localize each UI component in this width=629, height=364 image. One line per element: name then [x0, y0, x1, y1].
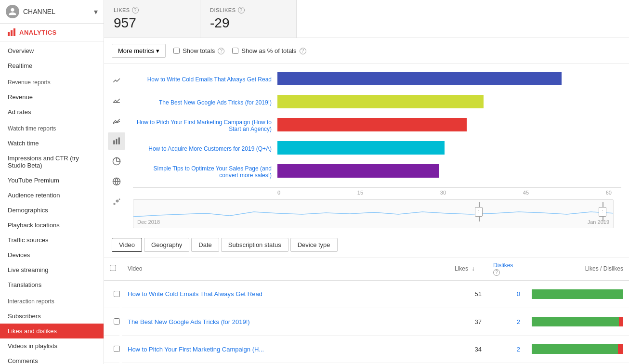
tab-device-type[interactable]: Device type [290, 238, 338, 252]
bar-chart: How to Write Cold Emails That Always Get… [133, 64, 621, 180]
area-chart-icon[interactable] [108, 92, 125, 109]
chart-bar-label[interactable]: The Best New Google Ads Tricks (for 2019… [133, 99, 277, 106]
axis-label: 60 [606, 190, 612, 195]
more-metrics-button[interactable]: More metrics ▾ [112, 44, 166, 58]
bar-chart-icon[interactable] [108, 132, 125, 150]
show-pct-help-icon[interactable]: ? [300, 48, 306, 54]
sidebar-item-subscribers[interactable]: Subscribers [0, 309, 104, 324]
dislikes-col-help-icon[interactable]: ? [493, 269, 500, 276]
show-totals-help-icon[interactable]: ? [218, 48, 224, 54]
row-select-cell [104, 308, 119, 336]
metrics-bar: LIKES ? 957 DISLIKES ? -29 [104, 0, 629, 38]
chart-bar-wrap [277, 141, 612, 156]
sidebar-item-impressions-ctr[interactable]: Impressions and CTR (try Studio Beta) [0, 151, 104, 173]
sidebar-item-traffic-sources[interactable]: Traffic sources [0, 233, 104, 247]
sidebar-item-youtube-premium[interactable]: YouTube Premium [0, 173, 104, 188]
row-bar-wrap [532, 344, 623, 354]
sidebar-item-overview[interactable]: Overview [0, 43, 104, 58]
row-checkbox[interactable] [114, 318, 120, 325]
chart-bar-fill [277, 164, 439, 178]
row-likes: 34 [449, 336, 487, 363]
row-checkbox[interactable] [114, 291, 120, 297]
red-bar [618, 344, 623, 354]
chart-bar-row: Simple Tips to Optimize Your Sales Page … [133, 164, 612, 180]
sidebar-item-audience-retention[interactable]: Audience retention [0, 188, 104, 203]
sidebar-nav: OverviewRealtimeRevenue reportsRevenueAd… [0, 41, 104, 364]
likes-col-header[interactable]: Likes ↓ [449, 258, 487, 280]
svg-point-9 [119, 198, 120, 200]
axis-label: 0 [277, 190, 280, 195]
chart-bar-label[interactable]: How to Pitch Your First Marketing Campai… [133, 119, 277, 132]
sort-arrow-icon: ↓ [472, 265, 474, 272]
axis-label: 45 [523, 190, 529, 195]
chart-axis: 015304560 [133, 187, 621, 195]
tab-video[interactable]: Video [112, 238, 142, 252]
sidebar-item-devices[interactable]: Devices [0, 247, 104, 262]
sidebar-item-live-streaming[interactable]: Live streaming [0, 262, 104, 277]
sidebar-item-watch-header: Watch time reports [0, 119, 104, 136]
tab-subscription-status[interactable]: Subscription status [221, 238, 288, 252]
show-pct-checkbox-label[interactable]: Show as % of totals ? [232, 47, 306, 54]
sidebar-item-realtime[interactable]: Realtime [0, 58, 104, 73]
tab-geography[interactable]: Geography [144, 238, 189, 252]
sidebar-item-playback-locations[interactable]: Playback locations [0, 218, 104, 233]
pie-chart-icon[interactable] [108, 153, 125, 170]
likes-label: LIKES ? [114, 7, 190, 13]
channel-name: CHANNEL [23, 8, 94, 15]
timeline-left-handle[interactable]: ⋮ [479, 202, 480, 221]
row-dislikes: 2 [487, 308, 526, 336]
chart-area: How to Write Cold Emails That Always Get… [104, 64, 629, 228]
sidebar-item-watch-time[interactable]: Watch time [0, 136, 104, 151]
video-link[interactable]: The Best New Google Ads Tricks (for 2019… [128, 318, 250, 325]
row-bar-wrap [532, 317, 623, 326]
stacked-area-icon[interactable] [108, 112, 125, 130]
tab-date[interactable]: Date [191, 238, 219, 252]
red-bar [619, 317, 624, 326]
sidebar-item-interaction-header: Interaction reports [0, 292, 104, 309]
axis-label: 15 [357, 190, 363, 195]
row-checkbox[interactable] [114, 346, 120, 352]
green-bar [532, 344, 618, 354]
select-all-checkbox[interactable] [110, 265, 116, 271]
svg-point-7 [113, 203, 116, 205]
chart-bar-row: How to Pitch Your First Marketing Campai… [133, 118, 612, 133]
timeline-right-handle[interactable]: ⋮ [603, 202, 603, 221]
sidebar-item-likes-dislikes[interactable]: Likes and dislikes [0, 324, 104, 338]
row-title-cell: How to Write Cold Emails That Always Get… [122, 280, 449, 308]
dislikes-label: DISLIKES ? [210, 7, 287, 13]
sidebar-item-comments[interactable]: Comments [0, 353, 104, 364]
svg-rect-3 [118, 138, 120, 144]
channel-header[interactable]: CHANNEL ▾ [0, 0, 104, 24]
show-pct-checkbox[interactable] [232, 48, 238, 54]
analytics-icon [8, 28, 15, 36]
sidebar-item-revenue[interactable]: Revenue [0, 90, 104, 104]
sidebar-item-demographics[interactable]: Demographics [0, 203, 104, 218]
show-totals-checkbox[interactable] [173, 48, 180, 54]
bubble-chart-icon[interactable] [108, 193, 125, 210]
chart-bar-label[interactable]: Simple Tips to Optimize Your Sales Page … [133, 165, 277, 179]
avatar [6, 5, 19, 18]
table-row: The Best New Google Ads Tricks (for 2019… [104, 308, 629, 336]
show-totals-checkbox-label[interactable]: Show totals ? [173, 47, 224, 54]
sidebar-item-translations[interactable]: Translations [0, 277, 104, 292]
analytics-title: ANALYTICS [19, 29, 57, 36]
video-link[interactable]: How to Pitch Your First Marketing Campai… [128, 346, 264, 353]
green-bar [532, 317, 619, 326]
likes-help-icon[interactable]: ? [132, 7, 139, 13]
chart-bar-label[interactable]: How to Write Cold Emails That Always Get… [133, 76, 277, 83]
svg-point-8 [116, 200, 119, 203]
video-link[interactable]: How to Write Cold Emails That Always Get… [128, 290, 262, 298]
dislikes-help-icon[interactable]: ? [238, 7, 245, 13]
chart-bar-fill [277, 72, 562, 85]
globe-icon[interactable] [108, 173, 125, 190]
line-chart-icon[interactable] [108, 72, 125, 89]
tabs-row: VideoGeographyDateSubscription statusDev… [104, 232, 629, 258]
chart-bar-label[interactable]: How to Acquire More Customers for 2019 (… [133, 145, 277, 152]
sidebar-item-videos-in-playlists[interactable]: Videos in playlists [0, 338, 104, 353]
likes-dislikes-col-header: Likes / Dislikes [526, 258, 629, 280]
table-head: Video Likes ↓ Dislikes ? Likes / Dislike… [104, 258, 629, 280]
sidebar-item-revenue-header: Revenue reports [0, 73, 104, 90]
row-likes: 37 [449, 308, 487, 336]
chart-bar-wrap [277, 164, 612, 180]
sidebar-item-ad-rates[interactable]: Ad rates [0, 104, 104, 119]
